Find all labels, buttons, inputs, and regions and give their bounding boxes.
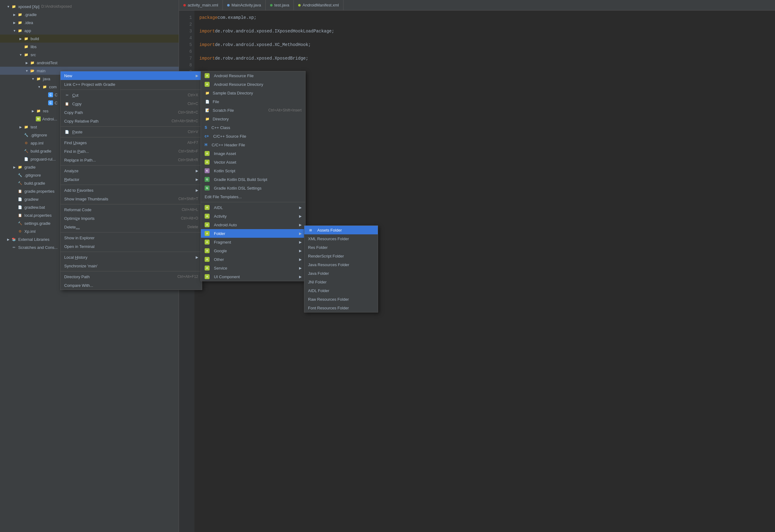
menu-item-cut[interactable]: ✂ Cut Ctrl+X	[60, 91, 202, 99]
menu-item-activity[interactable]: A Activity ▶	[201, 212, 305, 220]
menu-item-vector-asset[interactable]: A Vector Asset	[201, 158, 305, 166]
menu-shortcut-directory-path: Ctrl+Alt+F12	[177, 275, 198, 279]
cpp-source-icon: c+	[205, 134, 209, 138]
menu-item-gradle-kotlin-dsl[interactable]: G Gradle Kotlin DSL Build Script	[201, 175, 305, 184]
menu-item-delete[interactable]: Delete… Delete	[60, 222, 202, 231]
menu-item-replace-in-path[interactable]: Replace in Path... Ctrl+Shift+R	[60, 156, 202, 164]
menu-label-aidl-folder: AIDL Folder	[308, 289, 329, 293]
menu-item-synchronize[interactable]: Synchronize 'main'	[60, 261, 202, 270]
menu-item-paste[interactable]: 📄 Paste Ctrl+V	[60, 127, 202, 136]
menu-item-android-auto[interactable]: A Android Auto ▶	[201, 220, 305, 229]
menu-item-java-resources-folder[interactable]: Java Resources Folder	[304, 260, 378, 269]
menu-item-folder[interactable]: A Folder ▶	[201, 229, 305, 238]
menu-item-show-explorer[interactable]: Show in Explorer	[60, 233, 202, 242]
menu-item-cpp-header[interactable]: H C/C++ Header File	[201, 140, 305, 149]
menu-shortcut-delete: Delete	[187, 225, 198, 229]
menu-arrow-service: ▶	[299, 266, 301, 270]
menu-item-find-usages[interactable]: Find Usages Alt+F7	[60, 138, 202, 147]
menu-item-java-folder[interactable]: Java Folder	[304, 269, 378, 278]
menu-item-cpp-source[interactable]: c+ C/C++ Source File	[201, 132, 305, 140]
menu-arrow-other: ▶	[299, 257, 301, 261]
menu-label-scratch-file: Scratch File	[213, 108, 234, 113]
menu-arrow-fragment: ▶	[299, 240, 301, 244]
menu-item-raw-resources-folder[interactable]: Raw Resources Folder	[304, 295, 378, 304]
menu-item-compare-with[interactable]: Compare With...	[60, 281, 202, 290]
activity-icon: A	[205, 214, 209, 218]
menu-item-assets-folder[interactable]: ▤ Assets Folder	[304, 226, 378, 234]
menu-item-ui-component[interactable]: A UI Component ▶	[201, 272, 305, 281]
assets-folder-icon: ▤	[308, 227, 313, 232]
menu-item-renderscript-folder[interactable]: RenderScript Folder	[304, 251, 378, 260]
menu-item-font-resources-folder[interactable]: Font Resources Folder	[304, 304, 378, 312]
menu-item-add-favorites[interactable]: Add to Favorites ▶	[60, 186, 202, 194]
menu-item-refactor[interactable]: Refactor ▶	[60, 175, 202, 184]
menu-label-kotlin-script: Kotlin Script	[214, 168, 235, 173]
menu-item-other[interactable]: A Other ▶	[201, 255, 305, 264]
menu-item-fragment[interactable]: A Fragment ▶	[201, 238, 305, 246]
service-icon: A	[205, 265, 209, 271]
menu-label-find-usages: Find Usages	[64, 140, 87, 145]
menu-label-compare-with: Compare With...	[64, 283, 93, 288]
menu-sep-1	[60, 89, 202, 90]
menu-label-vector-asset: Vector Asset	[214, 160, 236, 164]
menu-item-image-asset[interactable]: A Image Asset	[201, 149, 305, 158]
menu-item-jni-folder[interactable]: JNI Folder	[304, 278, 378, 286]
menu-item-analyze[interactable]: Analyze ▶	[60, 166, 202, 175]
menu-label-cut: Cut	[72, 93, 78, 98]
file-icon: 📄	[205, 99, 210, 104]
menu-item-link-cpp[interactable]: Link C++ Project with Gradle	[60, 80, 202, 89]
menu-arrow-refactor: ▶	[196, 177, 198, 181]
menu-item-show-thumbnails[interactable]: Show Image Thumbnails Ctrl+Shift+T	[60, 194, 202, 203]
menu-label-edit-templates: Edit File Templates...	[205, 194, 242, 199]
menu-arrow-new: ▶	[196, 74, 198, 78]
menu-sep-new-1	[201, 202, 305, 202]
menu-item-aidl-folder[interactable]: AIDL Folder	[304, 286, 378, 295]
menu-label-refactor: Refactor	[64, 177, 79, 182]
menu-item-new[interactable]: New ▶	[60, 71, 202, 80]
menu-label-android-resource-file: Android Resource File	[214, 73, 254, 78]
menu-item-res-folder[interactable]: Res Folder	[304, 243, 378, 251]
menu-label-paste: Paste	[72, 130, 82, 134]
menu-sep-5	[60, 185, 202, 185]
menu-item-aidl[interactable]: A AIDL ▶	[201, 203, 305, 212]
menu-arrow-android-auto: ▶	[299, 223, 301, 227]
menu-item-open-terminal[interactable]: Open in Terminal	[60, 242, 202, 251]
menu-label-aidl: AIDL	[214, 205, 223, 210]
menu-item-file[interactable]: 📄 File	[201, 97, 305, 106]
menu-item-optimize-imports[interactable]: Optimize Imports Ctrl+Alt+O	[60, 214, 202, 222]
menu-label-find-in-path: Find in Path...	[64, 149, 89, 154]
menu-shortcut-replace-in-path: Ctrl+Shift+R	[178, 158, 198, 162]
menu-label-activity: Activity	[214, 214, 226, 218]
menu-item-copy-path[interactable]: Copy Path Ctrl+Shift+C	[60, 108, 202, 117]
menu-item-sample-data-dir[interactable]: 📁 Sample Data Directory	[201, 89, 305, 97]
menu-label-new: New	[64, 73, 72, 78]
menu-item-kotlin-script[interactable]: K Kotlin Script	[201, 166, 305, 175]
menu-item-copy-relative[interactable]: Copy Relative Path Ctrl+Alt+Shift+C	[60, 117, 202, 125]
menu-arrow-google: ▶	[299, 249, 301, 253]
menu-item-android-resource-dir[interactable]: A Android Resource Directory	[201, 80, 305, 89]
menu-item-xml-resources-folder[interactable]: XML Resources Folder	[304, 234, 378, 243]
menu-item-reformat-code[interactable]: Reformat Code Ctrl+Alt+L	[60, 205, 202, 214]
menu-label-gradle-kotlin-dsl-settings: Gradle Kotlin DSL Settings	[214, 186, 261, 190]
menu-item-scratch-file[interactable]: 📝 Scratch File Ctrl+Alt+Shift+Insert	[201, 106, 305, 114]
menu-sep-3	[60, 137, 202, 137]
folder-submenu-icon: A	[205, 231, 209, 236]
menu-sep-4	[60, 165, 202, 165]
menu-item-directory[interactable]: 📁 Directory	[201, 114, 305, 123]
menu-label-raw-resources-folder: Raw Resources Folder	[308, 297, 349, 302]
menu-item-google[interactable]: A Google ▶	[201, 246, 305, 255]
cut-icon: ✂	[64, 93, 70, 98]
menu-item-cpp-class[interactable]: S C++ Class	[201, 123, 305, 132]
menu-item-copy[interactable]: 📋 Copy Ctrl+C	[60, 99, 202, 108]
context-menu-primary: New ▶ Link C++ Project with Gradle ✂ Cut…	[60, 71, 202, 290]
menu-item-gradle-kotlin-dsl-settings[interactable]: G Gradle Kotlin DSL Settings	[201, 184, 305, 192]
menu-sep-9	[60, 271, 202, 272]
menu-label-res-folder: Res Folder	[308, 245, 328, 250]
menu-item-local-history[interactable]: Local History ▶	[60, 253, 202, 261]
menu-item-find-in-path[interactable]: Find in Path... Ctrl+Shift+F	[60, 147, 202, 156]
menu-item-edit-templates[interactable]: Edit File Templates...	[201, 192, 305, 201]
menu-item-directory-path[interactable]: Directory Path Ctrl+Alt+F12	[60, 272, 202, 281]
submenu-folder: ▤ Assets Folder XML Resources Folder Res…	[304, 225, 378, 313]
menu-item-android-resource-file[interactable]: A Android Resource File	[201, 71, 305, 80]
menu-item-service[interactable]: A Service ▶	[201, 264, 305, 272]
